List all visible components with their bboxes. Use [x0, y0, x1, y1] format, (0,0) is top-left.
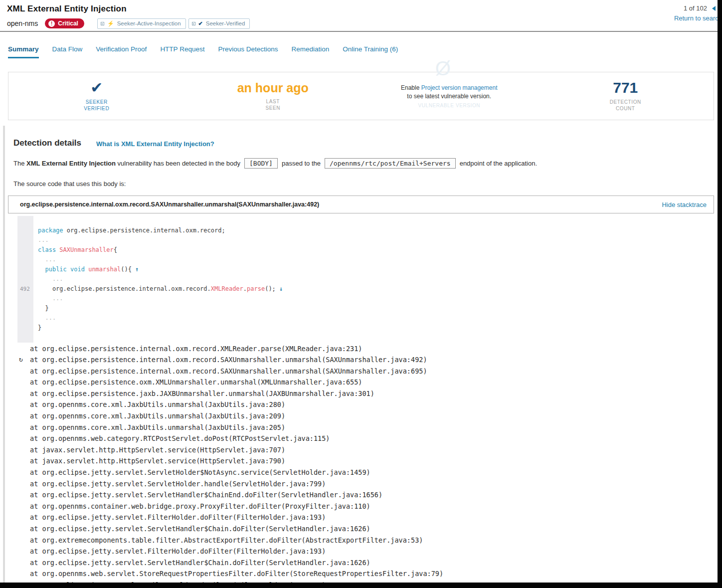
tag-seeker-verified[interactable]: ✔ Seeker-Verified	[188, 18, 250, 29]
tab-remediation[interactable]: Remediation	[291, 45, 329, 57]
code-token: ();	[265, 285, 279, 292]
code-token: SAXUnmarshaller	[59, 246, 113, 253]
stacktrace-text: at org.opennms.web.category.RTCPostServl…	[30, 433, 330, 444]
seeker-verified-cell: ✔ SEEKER VERIFIED	[8, 72, 185, 120]
line-number	[17, 333, 33, 343]
detection-count-value: 771	[613, 80, 638, 95]
seeker-vulnerability-page: XML External Entity Injection open-nms !…	[0, 0, 722, 588]
sentence-part: endpoint of the application.	[460, 160, 537, 167]
meta-row: open-nms ! Critical ⚡ Seeker-Active-Insp…	[7, 18, 722, 29]
page-title: XML External Entity Injection	[7, 4, 722, 14]
stacktrace-text: at org.eclipse.persistence.jaxb.JAXBUnma…	[30, 388, 374, 399]
loop-marker-icon	[19, 546, 30, 557]
tag-label: Seeker-Active-Inspection	[117, 20, 181, 26]
stacktrace-line: at org.opennms.core.xml.JaxbUtils.unmars…	[19, 410, 722, 422]
stacktrace-line: at org.opennms.web.servlet.StoreRequestP…	[19, 568, 722, 580]
tab-summary[interactable]: Summary	[8, 45, 39, 58]
loop-marker-icon	[19, 455, 30, 467]
loop-marker-icon	[19, 366, 30, 377]
enable-version-message: Enable Project version management to see…	[401, 84, 497, 101]
stacktrace-line: at org.opennms.core.xml.JaxbUtils.unmars…	[19, 422, 722, 433]
tab-verification-proof[interactable]: Verification Proof	[96, 45, 147, 57]
severity-label: Critical	[58, 20, 78, 27]
stacktrace-text: at org.eclipse.jetty.servlet.ServletHand…	[30, 557, 370, 569]
screenshot-right-border	[718, 0, 722, 588]
last-seen-label: LAST SEEN	[265, 98, 280, 111]
stacktrace-line: at org.extremecomponents.table.filter.Ab…	[19, 535, 722, 546]
prev-arrow-icon[interactable]	[712, 6, 716, 11]
return-to-search-link[interactable]: Return to search	[674, 14, 722, 22]
tab-online-training[interactable]: Online Training (6)	[343, 45, 398, 57]
tab-http-request[interactable]: HTTP Request	[160, 45, 204, 57]
code-line: ...	[17, 255, 722, 265]
verified-check-icon: ✔	[90, 80, 103, 95]
loop-marker-icon	[19, 568, 30, 580]
code-text: class SAXUnmarshaller{	[33, 245, 117, 255]
loop-marker-icon	[19, 512, 30, 523]
loop-marker-icon	[19, 410, 30, 422]
stacktrace-text: at org.eclipse.jetty.servlet.ServletHold…	[30, 478, 326, 490]
stacktrace-text: at org.extremecomponents.table.filter.Ab…	[30, 535, 423, 546]
jump-arrow-icon[interactable]: ↑	[135, 266, 139, 273]
code-line: package org.eclipse.persistence.internal…	[17, 226, 722, 236]
tab-bar: Summary Data Flow Verification Proof HTT…	[0, 32, 722, 72]
code-token: class	[38, 246, 59, 253]
stacktrace-line: at org.eclipse.jetty.servlet.FilterHolde…	[19, 512, 722, 523]
code-line: }	[17, 323, 722, 333]
tag-box-icon	[101, 22, 104, 25]
stacktrace-text: at org.eclipse.persistence.oxm.XMLUnmars…	[30, 377, 362, 388]
code-token: ...	[38, 256, 56, 263]
tag-label: Seeker-Verified	[206, 20, 245, 26]
code-token: }	[38, 305, 49, 312]
code-line: ...	[17, 294, 722, 304]
message-prefix: Enable	[401, 84, 421, 91]
stacktrace-text: at org.eclipse.jetty.servlet.FilterHolde…	[30, 512, 326, 523]
screenshot-bottom-border	[0, 583, 722, 588]
stacktrace-line: at org.eclipse.jetty.servlet.ServletHand…	[19, 523, 722, 535]
stacktrace-line: at org.eclipse.jetty.servlet.ServletHand…	[19, 489, 722, 501]
stacktrace-text: at org.eclipse.jetty.servlet.ServletHand…	[30, 523, 370, 535]
vulnerability-name: XML External Entity Injection	[26, 160, 116, 167]
project-version-management-link[interactable]: Project version management	[421, 84, 498, 91]
detection-count-cell: 771 DETECTION COUNT	[538, 72, 714, 120]
source-code-intro: The source code that uses this body is:	[13, 180, 722, 188]
what-is-xxe-link[interactable]: What is XML External Entity Injection?	[96, 140, 214, 148]
sentence-part: vulnerability has been detected in the b…	[116, 160, 240, 167]
line-number	[17, 265, 33, 275]
label-line: VERIFIED	[84, 106, 109, 111]
stacktrace-line: at org.eclipse.jetty.servlet.ServletHold…	[19, 478, 722, 490]
loop-marker-icon	[19, 444, 30, 456]
last-seen-cell: an hour ago LAST SEEN	[185, 72, 361, 120]
severity-badge[interactable]: ! Critical	[45, 18, 84, 28]
loop-marker-icon	[19, 489, 30, 501]
line-number	[17, 274, 33, 284]
endpoint-chip: /opennms/rtc/post/Email+Servers	[325, 158, 456, 169]
line-number	[17, 323, 33, 333]
hide-stacktrace-link[interactable]: Hide stacktrace	[662, 201, 707, 208]
stacktrace-text: at org.eclipse.jetty.servlet.ServletHand…	[30, 489, 382, 501]
jump-arrow-icon[interactable]: ↓	[279, 285, 283, 292]
code-token: parse	[247, 285, 265, 292]
code-token: org.eclipse.persistence.internal.oxm.rec…	[38, 285, 211, 292]
check-icon: ✔	[198, 21, 203, 26]
code-token: ...	[38, 314, 56, 321]
tag-seeker-active-inspection[interactable]: ⚡ Seeker-Active-Inspection	[97, 18, 186, 29]
loop-marker-icon	[19, 433, 30, 444]
code-text: ...	[33, 255, 56, 265]
code-text: org.eclipse.persistence.internal.oxm.rec…	[33, 284, 283, 294]
stacktrace-line: at javax.servlet.http.HttpServlet.servic…	[19, 444, 722, 456]
label-line: SEEN	[265, 105, 280, 111]
stacktrace-text: at org.eclipse.persistence.internal.oxm.…	[30, 366, 427, 377]
code-token: unmarshal	[88, 266, 121, 273]
alert-icon: !	[48, 20, 55, 27]
tag-group: ⚡ Seeker-Active-Inspection ✔ Seeker-Veri…	[97, 18, 250, 29]
stacktrace-text: at org.opennms.core.xml.JaxbUtils.unmars…	[30, 422, 285, 433]
stacktrace-line: at javax.servlet.http.HttpServlet.servic…	[19, 455, 722, 467]
tab-previous-detections[interactable]: Previous Detections	[218, 45, 278, 57]
pagination-counter: 1 of 102	[684, 4, 707, 12]
tab-data-flow[interactable]: Data Flow	[52, 45, 83, 57]
stacktrace-line: at org.eclipse.jetty.servlet.ServletHand…	[19, 557, 722, 569]
project-name: open-nms	[7, 19, 38, 27]
stacktrace-line: at org.eclipse.persistence.internal.oxm.…	[19, 366, 722, 377]
code-text	[33, 333, 38, 343]
